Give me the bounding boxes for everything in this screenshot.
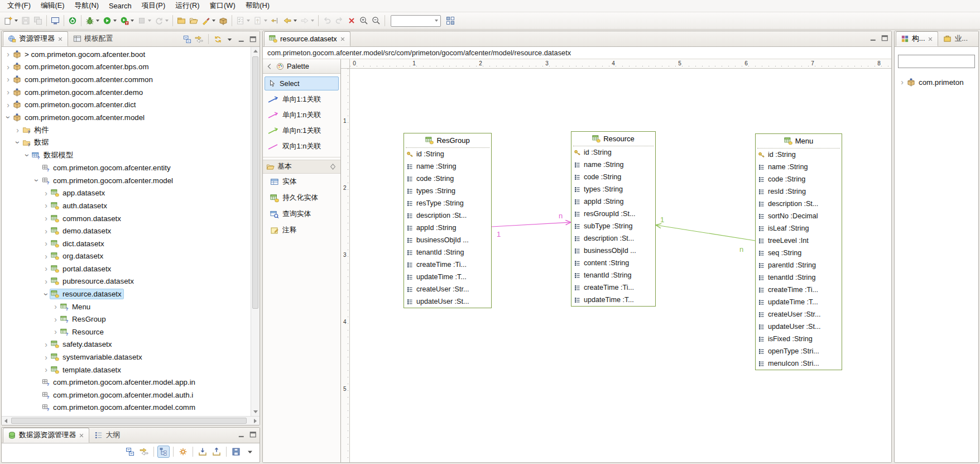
scroll-down-icon[interactable] [253,410,258,413]
tree-item[interactable]: ›pubresource.datasetx [2,275,251,288]
menubar-item[interactable]: 文件(F) [2,0,36,12]
dropdown-arrow-icon[interactable] [113,20,117,22]
scroll-left-icon[interactable] [4,419,7,423]
entity-field[interactable]: code :String [756,173,842,185]
maximize-button[interactable] [249,35,257,44]
zoom-in-button[interactable] [358,14,370,27]
close-icon[interactable] [79,433,84,438]
entity-field[interactable]: name :String [756,161,842,173]
tab-resource-datasetx[interactable]: resource.datasetx [264,31,350,46]
dropdown-arrow-icon[interactable] [247,20,250,22]
link-with-editor-button[interactable] [138,446,150,458]
view-menu-button[interactable] [225,35,234,44]
tree-item[interactable]: ›com.primeton.gocom.afcenter.common [2,73,251,86]
save-config-button[interactable] [230,446,242,458]
expand-arrow-icon[interactable]: › [4,75,12,83]
tree-item[interactable]: ›common.datasetx [2,212,251,225]
entity-field[interactable]: description :St... [571,232,655,245]
menubar-item[interactable]: 帮助(H) [241,0,275,12]
close-icon[interactable] [928,36,933,42]
tree-item[interactable]: ›auth.datasetx [2,199,251,212]
entity-title[interactable]: Resource [573,132,654,146]
dropdown-arrow-icon[interactable] [15,20,18,22]
expand-arrow-icon[interactable]: › [51,315,60,323]
relaunch-button[interactable] [153,14,170,27]
close-icon[interactable] [340,36,345,42]
expand-arrow-icon[interactable]: › [13,126,22,134]
task-list-button[interactable] [234,14,252,27]
tree-item[interactable]: ›com.primeton.gocom.afcenter.model [2,111,251,124]
dropdown-arrow-icon[interactable] [264,20,267,22]
entity-field[interactable]: types :String [404,185,491,197]
vertical-ruler[interactable]: 12345 [341,69,350,462]
expand-arrow-icon[interactable]: › [51,328,60,336]
expand-arrow-icon[interactable]: › [42,341,50,348]
diagram-canvas[interactable]: 1nn1 ResGroupid :Stringname :Stringcode … [350,69,891,462]
entity-field[interactable]: id :String [404,148,491,160]
tab-数据源资源管理器[interactable]: 数据源资源管理器 [3,428,89,443]
entity-field[interactable]: name :String [571,159,655,171]
entity-field[interactable]: types :String [571,183,655,195]
tree-item[interactable]: ›demo.datasetx [2,224,251,237]
collapse-palette-icon[interactable] [266,63,273,70]
expand-arrow-icon[interactable]: › [42,227,50,235]
dropdown-arrow-icon[interactable] [165,20,169,22]
expand-arrow-icon[interactable]: › [42,252,50,260]
dropdown-arrow-icon[interactable] [148,20,151,22]
tree-item[interactable]: ?com.primeton.gocom.afcenter.model.comm [2,401,251,414]
entity-field[interactable]: tenantId :String [756,271,842,284]
collapse-all-button[interactable] [183,35,191,44]
expand-arrow-icon[interactable]: › [42,265,50,272]
tab-资源管理器[interactable]: 资源管理器 [3,31,68,46]
entity-field[interactable]: businessObjId ... [571,245,655,257]
debug-button[interactable] [84,14,101,27]
export-button[interactable] [210,446,223,458]
forward-button[interactable] [299,14,316,27]
next-annotation-button[interactable] [252,14,269,27]
tree-item[interactable]: ›?ResGroup [2,313,251,326]
entity-field[interactable]: createTime :Ti... [404,259,491,271]
entity-title[interactable]: ResGroup [406,133,489,148]
back-button[interactable] [281,14,299,27]
open-project-button[interactable] [188,14,200,27]
view-menu-button[interactable] [244,446,256,458]
tree-item[interactable]: ›?Resource [2,326,251,338]
maximize-button[interactable] [881,34,889,42]
undo-button[interactable] [321,14,333,27]
menubar-item[interactable]: 项目(P) [137,0,171,12]
tab-大纲[interactable]: 大纲 [89,428,125,443]
load-bundle-button[interactable] [217,14,229,27]
open-resource-button[interactable] [175,14,188,27]
collapse-all-button[interactable] [124,446,136,458]
redo-button[interactable] [333,14,345,27]
tree-item[interactable]: ›?数据模型 [2,149,251,162]
dropdown-arrow-icon[interactable] [294,20,297,22]
entity-field[interactable]: menuIcon :Stri... [756,357,842,370]
tree-item[interactable]: ›safety.datasetx [2,338,251,351]
entity-field[interactable]: id :String [756,149,842,161]
entity-field[interactable]: treeLevel :Int [756,235,842,247]
tab-构-[interactable]: 构... [896,31,938,46]
entity-field[interactable]: subType :String [571,220,655,232]
save-all-button[interactable] [32,14,44,27]
run-coverage-button[interactable] [118,14,136,27]
palette-tool-rel-n-one[interactable]: 单向n:1关联 [263,123,340,138]
menubar-item[interactable]: 导航(N) [70,0,104,12]
collapse-arrow-icon[interactable]: › [33,176,41,185]
entity-field[interactable]: code :String [404,173,491,185]
expand-arrow-icon[interactable]: › [4,88,12,96]
entity-field[interactable]: updateUser :St... [404,295,491,308]
tree-item[interactable]: ›> com.primeton.gocom.afcenter.boot [2,48,251,61]
scroll-right-icon[interactable] [254,419,257,423]
layout-grid-button[interactable] [444,14,457,27]
link-with-editor-button[interactable] [195,35,203,44]
scrollbar-thumb[interactable] [252,56,258,309]
entity-field[interactable]: tenantId :String [404,246,491,259]
entity-field[interactable]: createTime :Ti... [571,281,655,294]
pin-icon[interactable] [329,162,337,171]
tree-item[interactable]: ›com.primeton.gocom.afcenter.dict [2,98,251,111]
scrollbar-thumb[interactable] [11,418,247,424]
relation-resgroup-to-resource[interactable]: 1n [492,212,571,238]
tree-item[interactable]: ›systemvariable.datasetx [2,351,251,363]
expand-arrow-icon[interactable]: › [42,189,50,197]
